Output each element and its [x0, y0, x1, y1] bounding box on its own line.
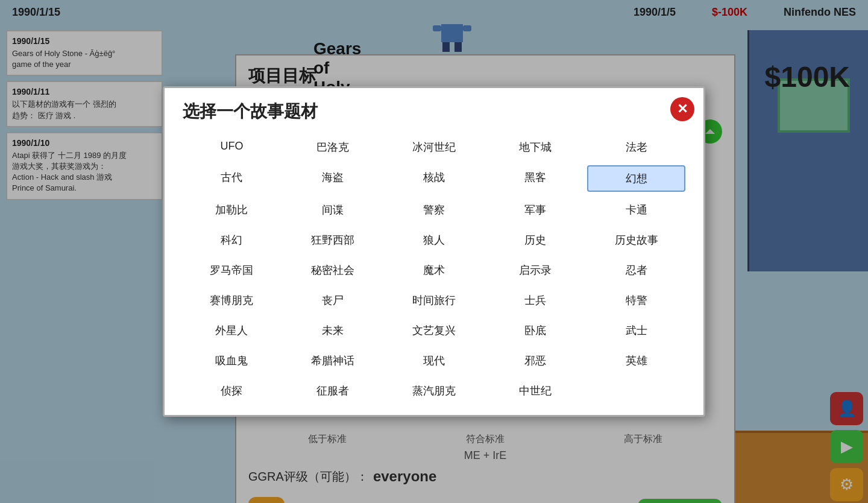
genre-item[interactable]: 核战: [385, 165, 483, 192]
genre-item[interactable]: 卧底: [486, 318, 584, 343]
genre-item[interactable]: 邪恶: [486, 349, 584, 373]
genre-item[interactable]: 侦探: [183, 379, 281, 403]
genre-item[interactable]: 冰河世纪: [385, 135, 483, 159]
genre-item[interactable]: 幻想: [587, 165, 685, 192]
genre-item[interactable]: 狼人: [385, 228, 483, 252]
genre-item[interactable]: UFO: [183, 135, 281, 159]
genre-item[interactable]: 吸血鬼: [183, 349, 281, 373]
genre-item[interactable]: 外星人: [183, 318, 281, 343]
genre-item[interactable]: 时间旅行: [385, 288, 483, 312]
modal-close-button[interactable]: ✕: [670, 97, 694, 121]
genre-item[interactable]: 秘密社会: [284, 258, 382, 282]
genre-item[interactable]: 魔术: [385, 258, 483, 282]
modal-overlay: 选择一个故事题材 ✕ UFO巴洛克冰河世纪地下城法老古代海盗核战黑客幻想加勒比间…: [0, 0, 868, 503]
genre-grid: UFO巴洛克冰河世纪地下城法老古代海盗核战黑客幻想加勒比间谍警察军事卡通科幻狂野…: [183, 135, 685, 403]
genre-item[interactable]: 法老: [587, 135, 685, 159]
genre-item[interactable]: 狂野西部: [284, 228, 382, 252]
genre-item[interactable]: 征服者: [284, 379, 382, 403]
genre-item[interactable]: 警察: [385, 198, 483, 222]
genre-item[interactable]: 特警: [587, 288, 685, 312]
genre-item[interactable]: 武士: [587, 318, 685, 343]
genre-item[interactable]: 文艺复兴: [385, 318, 483, 343]
genre-item[interactable]: 古代: [183, 165, 281, 192]
genre-item[interactable]: 加勒比: [183, 198, 281, 222]
genre-item[interactable]: 军事: [486, 198, 584, 222]
genre-item[interactable]: 未来: [284, 318, 382, 343]
genre-item[interactable]: 希腊神话: [284, 349, 382, 373]
genre-item[interactable]: 现代: [385, 349, 483, 373]
genre-item[interactable]: 地下城: [486, 135, 584, 159]
genre-item[interactable]: 赛博朋克: [183, 288, 281, 312]
genre-item[interactable]: 巴洛克: [284, 135, 382, 159]
genre-item[interactable]: 丧尸: [284, 288, 382, 312]
genre-item[interactable]: 英雄: [587, 349, 685, 373]
genre-item[interactable]: 海盗: [284, 165, 382, 192]
genre-item[interactable]: 历史: [486, 228, 584, 252]
genre-item[interactable]: 历史故事: [587, 228, 685, 252]
genre-item[interactable]: 士兵: [486, 288, 584, 312]
genre-item[interactable]: 卡通: [587, 198, 685, 222]
genre-item[interactable]: 忍者: [587, 258, 685, 282]
genre-item[interactable]: 间谍: [284, 198, 382, 222]
genre-item[interactable]: 中世纪: [486, 379, 584, 403]
genre-item[interactable]: [587, 379, 685, 403]
genre-item[interactable]: 启示录: [486, 258, 584, 282]
genre-item[interactable]: 科幻: [183, 228, 281, 252]
genre-modal: 选择一个故事题材 ✕ UFO巴洛克冰河世纪地下城法老古代海盗核战黑客幻想加勒比间…: [163, 86, 705, 417]
close-icon: ✕: [677, 101, 688, 117]
genre-item[interactable]: 蒸汽朋克: [385, 379, 483, 403]
genre-item[interactable]: 罗马帝国: [183, 258, 281, 282]
genre-item[interactable]: 黑客: [486, 165, 584, 192]
modal-title: 选择一个故事题材: [183, 100, 685, 123]
